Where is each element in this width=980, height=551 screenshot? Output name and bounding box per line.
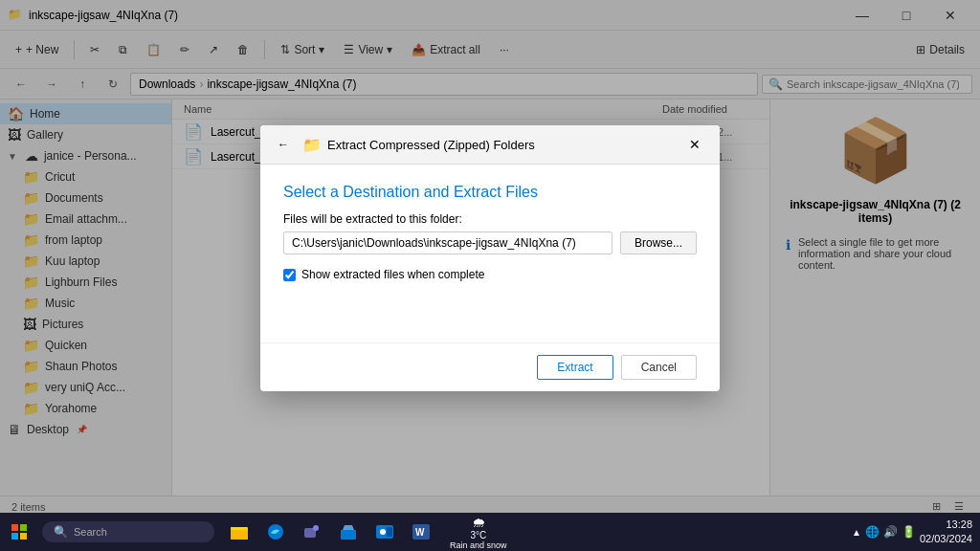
edge-icon (266, 522, 285, 541)
modal-path-input[interactable] (283, 231, 612, 254)
sys-tray-icons: ▲ 🌐 🔊 🔋 (852, 525, 916, 539)
network-icon[interactable]: 🌐 (865, 525, 880, 539)
svg-rect-10 (341, 530, 356, 540)
word-app[interactable]: W (404, 515, 438, 549)
svg-point-9 (313, 525, 319, 531)
modal-close-button[interactable]: ✕ (681, 133, 708, 156)
modal-titlebar: ← 📁 Extract Compressed (Zipped) Folders … (260, 125, 720, 165)
store-icon (339, 522, 358, 541)
extract-button[interactable]: Extract (537, 355, 612, 380)
modal-heading: Select a Destination and Extract Files (283, 184, 697, 201)
teams-icon (302, 522, 322, 541)
chevron-up-icon[interactable]: ▲ (852, 527, 861, 538)
edge-app[interactable] (258, 515, 293, 549)
modal-body: Select a Destination and Extract Files F… (260, 165, 720, 342)
search-label: Search (74, 526, 107, 538)
weather-icon: 🌧 (472, 515, 485, 530)
svg-rect-6 (231, 527, 238, 530)
modal-title: Extract Compressed (Zipped) Folders (327, 138, 681, 152)
battery-icon[interactable]: 🔋 (902, 525, 916, 539)
svg-rect-2 (11, 533, 18, 540)
modal-back-button[interactable]: ← (272, 133, 295, 156)
outlook-app[interactable] (368, 515, 402, 549)
clock[interactable]: 13:28 02/03/2024 (920, 518, 972, 547)
word-icon: W (412, 522, 431, 541)
clock-date: 02/03/2024 (920, 532, 972, 546)
taskbar-apps: W (222, 515, 438, 549)
clock-time: 13:28 (920, 518, 972, 532)
modal-folder-icon: 📁 (302, 136, 322, 154)
taskbar-search[interactable]: 🔍 Search (42, 521, 214, 542)
modal-path-label: Files will be extracted to this folder: (283, 212, 697, 226)
volume-icon[interactable]: 🔊 (883, 525, 898, 539)
file-explorer-app[interactable] (222, 515, 256, 549)
svg-rect-1 (20, 524, 27, 531)
svg-text:W: W (415, 527, 425, 538)
checkbox-label: Show extracted files when complete (301, 268, 484, 281)
extract-dialog: ← 📁 Extract Compressed (Zipped) Folders … (260, 125, 720, 391)
modal-path-row: Browse... (283, 231, 697, 254)
weather-temp: 3°C (470, 530, 486, 540)
modal-footer: Extract Cancel (260, 342, 720, 391)
svg-rect-3 (20, 533, 27, 540)
modal-checkbox-row: Show extracted files when complete (283, 268, 697, 281)
taskbar-right: ▲ 🌐 🔊 🔋 13:28 02/03/2024 (852, 518, 980, 547)
weather-widget[interactable]: 🌧 3°C Rain and snow (442, 515, 515, 550)
file-explorer-icon (230, 522, 249, 541)
modal-overlay: ← 📁 Extract Compressed (Zipped) Folders … (0, 0, 980, 517)
svg-rect-0 (11, 524, 18, 531)
cancel-button[interactable]: Cancel (621, 355, 697, 380)
svg-rect-5 (231, 530, 248, 540)
svg-point-12 (380, 529, 386, 535)
outlook-icon (375, 522, 394, 541)
store-app[interactable] (331, 515, 366, 549)
svg-rect-13 (387, 527, 392, 537)
weather-desc: Rain and snow (450, 540, 507, 550)
show-extracted-checkbox[interactable] (283, 269, 296, 281)
windows-icon (11, 524, 27, 540)
search-icon: 🔍 (54, 525, 68, 539)
taskbar: 🔍 Search (0, 513, 980, 551)
browse-button[interactable]: Browse... (620, 231, 697, 254)
start-button[interactable] (0, 513, 38, 551)
back-icon: ← (278, 138, 289, 151)
teams-app[interactable] (295, 515, 329, 549)
